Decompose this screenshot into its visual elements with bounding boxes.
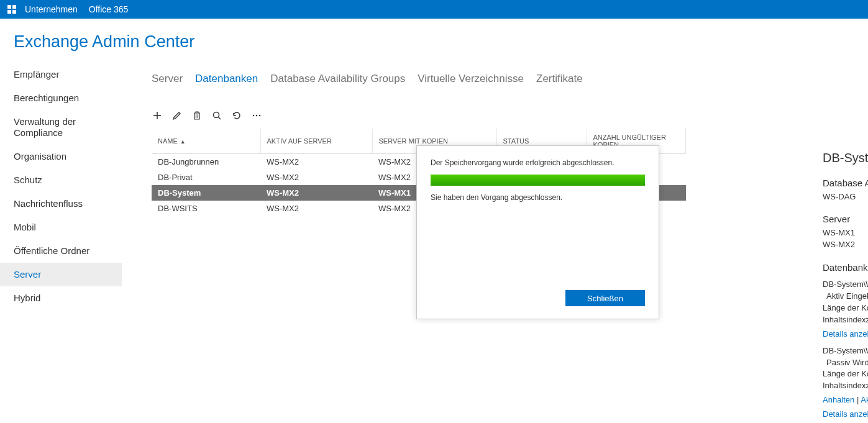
details-pane: DB-System Database Availability Group: W… xyxy=(823,150,868,421)
add-icon[interactable] xyxy=(152,110,163,121)
nav-empfaenger[interactable]: Empfänger xyxy=(0,63,122,86)
refresh-icon[interactable] xyxy=(231,110,242,121)
copy-path: DB-System\WS-MX2 xyxy=(823,346,868,357)
copy-status: Aktiv Eingebunden xyxy=(823,291,868,302)
page-title: Exchange Admin Center xyxy=(0,19,868,63)
svg-point-11 xyxy=(259,115,261,117)
action-aktivieren[interactable]: Aktivieren xyxy=(861,395,868,404)
nav-oeffentliche-ordner[interactable]: Öffentliche Ordner xyxy=(0,239,122,263)
nav-nachrichtenfluss[interactable]: Nachrichtenfluss xyxy=(0,192,122,216)
details-link[interactable]: Details anzeigen xyxy=(823,329,868,340)
top-bar: Unternehmen Office 365 xyxy=(0,0,868,19)
topbar-office365[interactable]: Office 365 xyxy=(89,4,129,14)
server-value: WS-MX2 xyxy=(823,240,868,250)
tab-virtuelle-verzeichnisse[interactable]: Virtuelle Verzeichnisse xyxy=(418,73,524,85)
tab-server[interactable]: Server xyxy=(152,73,183,85)
progress-bar xyxy=(431,175,645,186)
sort-asc-icon: ▲ xyxy=(180,139,186,145)
svg-line-8 xyxy=(219,117,221,120)
tab-bar: Server Datenbanken Database Availability… xyxy=(152,73,854,85)
copies-label: Datenbankkopien xyxy=(823,262,868,274)
server-label: Server xyxy=(823,213,868,225)
nav-hybrid[interactable]: Hybrid xyxy=(0,286,122,310)
copy-queue: Länge der Kopiewarteschlange: 1818 xyxy=(823,369,868,380)
action-anhalten[interactable]: Anhalten xyxy=(823,395,854,404)
details-link[interactable]: Details anzeigen xyxy=(823,409,868,420)
tab-dag[interactable]: Database Availability Groups xyxy=(270,73,405,85)
dag-value: WS-DAG xyxy=(823,192,868,202)
svg-point-10 xyxy=(256,115,258,117)
topbar-unternehmen[interactable]: Unternehmen xyxy=(25,4,78,14)
search-icon[interactable] xyxy=(211,110,222,121)
copy-status: Passiv Wird initialisiert xyxy=(823,358,868,368)
office-logo-icon xyxy=(6,4,17,15)
svg-point-9 xyxy=(253,115,255,117)
nav-server[interactable]: Server xyxy=(0,263,122,286)
copy-path: DB-System\WS-MX1 xyxy=(823,280,868,290)
edit-icon[interactable] xyxy=(171,110,183,121)
tab-datenbanken[interactable]: Datenbanken xyxy=(195,73,258,85)
nav-organisation[interactable]: Organisation xyxy=(0,145,122,168)
progress-dialog: Der Speichervorgang wurde erfolgreich ab… xyxy=(416,145,659,319)
close-button[interactable]: Schließen xyxy=(565,290,645,306)
server-value: WS-MX1 xyxy=(823,228,868,239)
nav-berechtigungen[interactable]: Berechtigungen xyxy=(0,86,122,110)
copy-queue: Länge der Kopiewarteschlange: 0 xyxy=(823,303,868,314)
dag-label: Database Availability Group: xyxy=(823,177,868,189)
delete-icon[interactable] xyxy=(191,110,203,121)
nav-compliance[interactable]: Verwaltung der Compliance xyxy=(0,110,122,145)
dialog-message: Der Speichervorgang wurde erfolgreich ab… xyxy=(431,158,645,167)
copy-index: Inhaltsindexzustand: NichtAnwendbar xyxy=(823,381,868,391)
toolbar xyxy=(152,110,854,121)
svg-point-7 xyxy=(214,112,219,118)
col-name[interactable]: NAME▲ xyxy=(152,129,260,154)
copy-index: Inhaltsindexzustand: NichtAnwendbar xyxy=(823,315,868,325)
nav-schutz[interactable]: Schutz xyxy=(0,168,122,192)
svg-rect-3 xyxy=(7,10,11,14)
details-title: DB-System xyxy=(823,150,868,166)
dialog-message: Sie haben den Vorgang abgeschlossen. xyxy=(431,193,645,202)
tab-zertifikate[interactable]: Zertifikate xyxy=(536,73,583,85)
svg-rect-4 xyxy=(12,10,16,14)
svg-rect-1 xyxy=(7,5,11,9)
left-nav: Empfänger Berechtigungen Verwaltung der … xyxy=(0,63,122,310)
nav-mobil[interactable]: Mobil xyxy=(0,216,122,239)
col-aktiv[interactable]: AKTIV AUF SERVER xyxy=(260,129,372,154)
svg-rect-2 xyxy=(12,5,16,9)
more-icon[interactable] xyxy=(251,110,262,121)
